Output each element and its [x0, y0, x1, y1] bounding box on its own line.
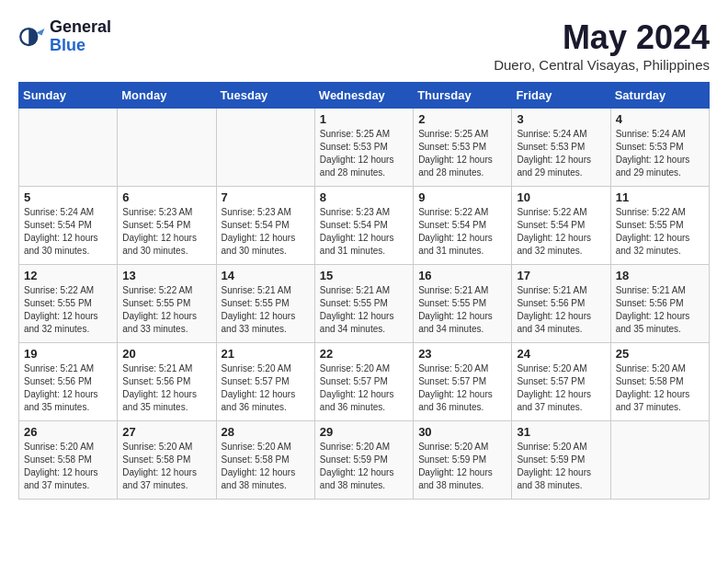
day-info: Sunrise: 5:20 AM Sunset: 5:59 PM Dayligh…	[320, 441, 408, 492]
day-number: 28	[222, 425, 310, 439]
calendar-week-row: 26Sunrise: 5:20 AM Sunset: 5:58 PM Dayli…	[19, 421, 710, 500]
day-number: 8	[320, 190, 408, 204]
day-info: Sunrise: 5:20 AM Sunset: 5:59 PM Dayligh…	[517, 441, 605, 492]
calendar-cell	[19, 109, 118, 187]
weekday-header: Monday	[118, 83, 216, 109]
calendar-cell: 12Sunrise: 5:22 AM Sunset: 5:55 PM Dayli…	[19, 265, 118, 343]
calendar-cell: 17Sunrise: 5:21 AM Sunset: 5:56 PM Dayli…	[512, 265, 610, 343]
logo-icon	[18, 23, 46, 51]
calendar-cell: 31Sunrise: 5:20 AM Sunset: 5:59 PM Dayli…	[512, 421, 610, 500]
day-number: 31	[517, 425, 605, 439]
day-info: Sunrise: 5:20 AM Sunset: 5:58 PM Dayligh…	[24, 441, 112, 492]
day-number: 3	[517, 112, 605, 126]
day-info: Sunrise: 5:20 AM Sunset: 5:57 PM Dayligh…	[320, 362, 408, 414]
day-info: Sunrise: 5:24 AM Sunset: 5:53 PM Dayligh…	[616, 128, 704, 179]
day-info: Sunrise: 5:20 AM Sunset: 5:57 PM Dayligh…	[517, 362, 605, 414]
day-number: 1	[320, 112, 408, 126]
day-number: 5	[24, 190, 112, 204]
day-number: 4	[616, 112, 704, 126]
day-number: 9	[418, 190, 506, 204]
day-info: Sunrise: 5:23 AM Sunset: 5:54 PM Dayligh…	[320, 206, 408, 258]
day-number: 30	[418, 425, 506, 439]
day-number: 17	[517, 269, 605, 282]
day-info: Sunrise: 5:24 AM Sunset: 5:53 PM Dayligh…	[517, 128, 605, 179]
calendar-cell: 10Sunrise: 5:22 AM Sunset: 5:54 PM Dayli…	[512, 187, 610, 265]
day-info: Sunrise: 5:22 AM Sunset: 5:55 PM Dayligh…	[616, 206, 704, 258]
calendar-week-row: 1Sunrise: 5:25 AM Sunset: 5:53 PM Daylig…	[19, 109, 710, 187]
calendar-cell: 11Sunrise: 5:22 AM Sunset: 5:55 PM Dayli…	[610, 187, 709, 265]
day-number: 6	[122, 190, 210, 204]
day-number: 7	[222, 190, 310, 204]
page-header: General Blue May 2024 Duero, Central Vis…	[18, 18, 710, 73]
day-info: Sunrise: 5:21 AM Sunset: 5:56 PM Dayligh…	[517, 284, 605, 336]
day-number: 20	[122, 347, 210, 361]
day-number: 16	[418, 269, 506, 282]
month-title: May 2024	[494, 18, 710, 57]
calendar-cell: 29Sunrise: 5:20 AM Sunset: 5:59 PM Dayli…	[314, 421, 413, 500]
day-number: 12	[24, 269, 112, 282]
weekday-header: Tuesday	[216, 83, 314, 109]
day-info: Sunrise: 5:25 AM Sunset: 5:53 PM Dayligh…	[418, 128, 506, 179]
day-number: 18	[616, 269, 704, 282]
calendar-cell: 18Sunrise: 5:21 AM Sunset: 5:56 PM Dayli…	[610, 265, 709, 343]
day-info: Sunrise: 5:22 AM Sunset: 5:55 PM Dayligh…	[24, 284, 112, 336]
weekday-header: Saturday	[610, 83, 709, 109]
calendar-cell: 2Sunrise: 5:25 AM Sunset: 5:53 PM Daylig…	[414, 109, 512, 187]
day-info: Sunrise: 5:23 AM Sunset: 5:54 PM Dayligh…	[222, 206, 310, 258]
day-info: Sunrise: 5:20 AM Sunset: 5:58 PM Dayligh…	[122, 441, 210, 492]
calendar-cell: 30Sunrise: 5:20 AM Sunset: 5:59 PM Dayli…	[414, 421, 512, 500]
day-info: Sunrise: 5:21 AM Sunset: 5:55 PM Dayligh…	[222, 284, 310, 336]
day-info: Sunrise: 5:20 AM Sunset: 5:57 PM Dayligh…	[418, 362, 506, 414]
weekday-header: Thursday	[414, 83, 512, 109]
day-info: Sunrise: 5:20 AM Sunset: 5:58 PM Dayligh…	[222, 441, 310, 492]
calendar-cell: 9Sunrise: 5:22 AM Sunset: 5:54 PM Daylig…	[414, 187, 512, 265]
day-number: 27	[122, 425, 210, 439]
calendar-cell: 8Sunrise: 5:23 AM Sunset: 5:54 PM Daylig…	[314, 187, 413, 265]
calendar-cell: 27Sunrise: 5:20 AM Sunset: 5:58 PM Dayli…	[118, 421, 216, 500]
weekday-header: Wednesday	[314, 83, 413, 109]
calendar-cell: 23Sunrise: 5:20 AM Sunset: 5:57 PM Dayli…	[414, 343, 512, 421]
calendar-cell: 1Sunrise: 5:25 AM Sunset: 5:53 PM Daylig…	[314, 109, 413, 187]
calendar-cell: 16Sunrise: 5:21 AM Sunset: 5:55 PM Dayli…	[414, 265, 512, 343]
day-info: Sunrise: 5:22 AM Sunset: 5:54 PM Dayligh…	[418, 206, 506, 258]
day-number: 26	[24, 425, 112, 439]
calendar-week-row: 12Sunrise: 5:22 AM Sunset: 5:55 PM Dayli…	[19, 265, 710, 343]
calendar-cell: 13Sunrise: 5:22 AM Sunset: 5:55 PM Dayli…	[118, 265, 216, 343]
day-info: Sunrise: 5:20 AM Sunset: 5:57 PM Dayligh…	[222, 362, 310, 414]
day-number: 29	[320, 425, 408, 439]
day-info: Sunrise: 5:21 AM Sunset: 5:56 PM Dayligh…	[616, 284, 704, 336]
calendar-cell: 5Sunrise: 5:24 AM Sunset: 5:54 PM Daylig…	[19, 187, 118, 265]
calendar-cell: 20Sunrise: 5:21 AM Sunset: 5:56 PM Dayli…	[118, 343, 216, 421]
calendar-cell: 19Sunrise: 5:21 AM Sunset: 5:56 PM Dayli…	[19, 343, 118, 421]
calendar-cell	[118, 109, 216, 187]
day-number: 13	[122, 269, 210, 282]
calendar-cell: 25Sunrise: 5:20 AM Sunset: 5:58 PM Dayli…	[610, 343, 709, 421]
calendar-cell: 15Sunrise: 5:21 AM Sunset: 5:55 PM Dayli…	[314, 265, 413, 343]
calendar-cell: 7Sunrise: 5:23 AM Sunset: 5:54 PM Daylig…	[216, 187, 314, 265]
day-info: Sunrise: 5:22 AM Sunset: 5:54 PM Dayligh…	[517, 206, 605, 258]
calendar-cell: 4Sunrise: 5:24 AM Sunset: 5:53 PM Daylig…	[610, 109, 709, 187]
logo: General Blue	[18, 18, 111, 55]
day-number: 14	[222, 269, 310, 282]
calendar-cell	[610, 421, 709, 500]
day-number: 21	[222, 347, 310, 361]
calendar-cell: 26Sunrise: 5:20 AM Sunset: 5:58 PM Dayli…	[19, 421, 118, 500]
day-info: Sunrise: 5:21 AM Sunset: 5:56 PM Dayligh…	[24, 362, 112, 414]
calendar-cell: 21Sunrise: 5:20 AM Sunset: 5:57 PM Dayli…	[216, 343, 314, 421]
day-info: Sunrise: 5:21 AM Sunset: 5:55 PM Dayligh…	[418, 284, 506, 336]
weekday-header: Friday	[512, 83, 610, 109]
day-info: Sunrise: 5:20 AM Sunset: 5:59 PM Dayligh…	[418, 441, 506, 492]
calendar-cell	[216, 109, 314, 187]
calendar-cell: 28Sunrise: 5:20 AM Sunset: 5:58 PM Dayli…	[216, 421, 314, 500]
day-number: 22	[320, 347, 408, 361]
calendar-cell: 24Sunrise: 5:20 AM Sunset: 5:57 PM Dayli…	[512, 343, 610, 421]
day-number: 11	[616, 190, 704, 204]
calendar-week-row: 19Sunrise: 5:21 AM Sunset: 5:56 PM Dayli…	[19, 343, 710, 421]
day-info: Sunrise: 5:25 AM Sunset: 5:53 PM Dayligh…	[320, 128, 408, 179]
day-number: 25	[616, 347, 704, 361]
calendar-cell: 22Sunrise: 5:20 AM Sunset: 5:57 PM Dayli…	[314, 343, 413, 421]
weekday-header: Sunday	[19, 83, 118, 109]
day-number: 23	[418, 347, 506, 361]
calendar-cell: 3Sunrise: 5:24 AM Sunset: 5:53 PM Daylig…	[512, 109, 610, 187]
location: Duero, Central Visayas, Philippines	[494, 57, 710, 73]
